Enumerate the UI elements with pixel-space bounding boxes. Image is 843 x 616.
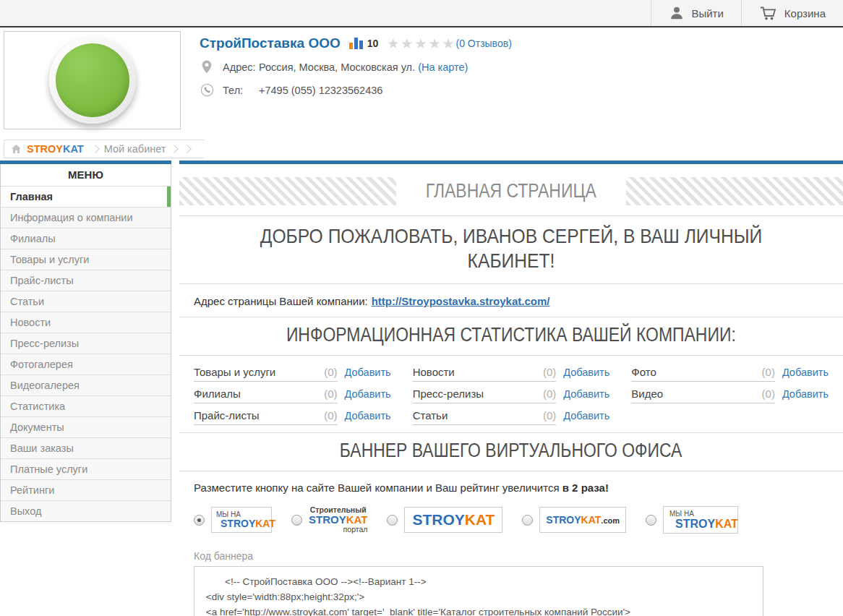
- address-value: Россия, Москва, Московская ул.: [259, 61, 415, 73]
- sidebar-item-reytingi[interactable]: Рейтинги: [1, 479, 171, 500]
- breadcrumb-current: Мой кабинет: [104, 143, 166, 155]
- logout-label: Выйти: [691, 7, 723, 20]
- page: Выйти Корзина СтройПоставка ООО 10 ★★★★★…: [0, 0, 843, 616]
- banner-preview-3[interactable]: STROYKAT: [404, 507, 502, 533]
- add-link[interactable]: Добавить: [345, 410, 391, 422]
- sidebar-item-dokumenty[interactable]: Документы: [1, 416, 171, 437]
- add-link[interactable]: Добавить: [345, 388, 391, 400]
- breadcrumb-brand-link[interactable]: STROYKAT: [27, 143, 84, 155]
- promo-bold: в 2 раза!: [562, 482, 609, 494]
- stat-row-price: Прайс-листы(0) Добавить: [194, 409, 391, 425]
- add-link[interactable]: Добавить: [782, 388, 829, 400]
- banner-option-5: МЫ НА STROYKAT: [646, 506, 738, 534]
- add-link[interactable]: Добавить: [345, 367, 391, 378]
- welcome-banner: ДОБРО ПОЖАЛОВАТЬ, ИВАНОВ СЕРГЕЙ, В ВАШ Л…: [179, 215, 843, 284]
- banner-radio-3[interactable]: [387, 515, 398, 526]
- banner-radio-4[interactable]: [522, 515, 533, 526]
- add-link[interactable]: Добавить: [563, 367, 609, 378]
- banner-preview-1[interactable]: МЫ НА STROYKAT: [211, 507, 272, 533]
- banner-radio-1[interactable]: [194, 515, 205, 526]
- banner-preview-4[interactable]: STROYKAT.com: [539, 507, 626, 533]
- company-header: СтройПоставка ООО 10 ★★★★★ (0 Отзывов) А…: [0, 27, 843, 140]
- stat-row-video: Видео(0) Добавить: [631, 388, 829, 403]
- banner-section-header: БАННЕР ВАШЕГО ВИРТУАЛЬНОГО ОФИСА: [179, 432, 843, 471]
- add-link[interactable]: Добавить: [563, 388, 609, 400]
- breadcrumb-separator-icon: [171, 145, 179, 153]
- sidebar-item-glavnaya[interactable]: Главная: [1, 186, 171, 207]
- stats-title: ИНФОРМАЦИОННАЯ СТАТИСТИКА ВАШЕЙ КОМПАНИИ…: [286, 324, 736, 346]
- sidebar-item-video[interactable]: Видеогалерея: [1, 375, 171, 395]
- stat-count: (0): [324, 366, 337, 378]
- add-link[interactable]: Добавить: [782, 367, 829, 378]
- company-url-link[interactable]: http://Stroypostavka.stroykat.com/: [372, 295, 550, 307]
- stat-count: (0): [324, 409, 337, 422]
- stat-row-press: Пресс-релизы(0) Добавить: [413, 388, 610, 403]
- rating-bars-icon: [349, 38, 363, 49]
- stat-row-tovary: Товары и услуги(0) Добавить: [194, 366, 391, 382]
- breadcrumb-separator-icon: [184, 145, 192, 153]
- banner-code-textarea[interactable]: <!-- СтройПоставка ООО --><!--Вариант 1-…: [194, 566, 763, 616]
- cart-label: Корзина: [784, 7, 826, 20]
- banner-preview-2[interactable]: Строительный STROYKAT портал: [309, 506, 367, 534]
- sidebar-item-statistika[interactable]: Статистика: [1, 395, 171, 416]
- company-url-row: Адрес страницы Вашей компании:http://Str…: [179, 284, 843, 317]
- rating-value: 10: [367, 38, 379, 49]
- stat-row-foto: Фото(0) Добавить: [631, 366, 829, 382]
- stat-count: (0): [543, 409, 556, 422]
- stat-row-stati: Статьи(0) Добавить: [413, 409, 610, 425]
- reviews-link[interactable]: (0 Отзывов): [456, 38, 512, 49]
- sidebar-item-price[interactable]: Прайс-листы: [1, 270, 171, 291]
- user-icon: [669, 5, 685, 21]
- sidebar-item-platnye[interactable]: Платные услуги: [1, 458, 171, 479]
- banner-promo: Разместите кнопку на сайте Вашей компани…: [179, 471, 843, 497]
- company-name: СтройПоставка ООО: [200, 35, 341, 51]
- banner-preview-5[interactable]: МЫ НА STROYKAT: [663, 506, 738, 534]
- sidebar-item-zakazy[interactable]: Ваши заказы: [1, 437, 171, 458]
- stripes-left: [179, 177, 396, 205]
- sidebar-item-press[interactable]: Пресс-релизы: [1, 333, 171, 354]
- banner-radio-5[interactable]: [646, 515, 656, 526]
- banner-option-2: Строительный STROYKAT портал: [291, 506, 367, 534]
- company-logo: [4, 31, 181, 129]
- sidebar-item-stati[interactable]: Статьи: [1, 291, 171, 312]
- top-bar: Выйти Корзина: [0, 0, 843, 27]
- stat-count: (0): [543, 366, 556, 378]
- breadcrumb-separator-icon: [91, 145, 99, 153]
- banner-options: МЫ НА STROYKAT Строительный STROYKAT пор…: [179, 497, 843, 541]
- banner-code-label: Код баннера: [179, 541, 843, 566]
- stat-row-novosti: Новости(0) Добавить: [413, 366, 610, 382]
- phone-value: +7495 (055) 12323562436: [259, 85, 382, 96]
- sidebar-item-vyhod[interactable]: Выход: [1, 500, 171, 521]
- welcome-text: ДОБРО ПОЖАЛОВАТЬ, ИВАНОВ СЕРГЕЙ, В ВАШ Л…: [250, 224, 772, 273]
- map-link[interactable]: (На карте): [418, 61, 468, 73]
- address-row: Адрес: Россия, Москва, Московская ул. (Н…: [200, 59, 512, 75]
- stat-count: (0): [762, 366, 775, 378]
- page-title: ГЛАВНАЯ СТРАНИЦА: [426, 180, 596, 202]
- stat-row-filialy: Филиалы(0) Добавить: [194, 388, 391, 403]
- cart-button[interactable]: Корзина: [741, 0, 843, 26]
- stats-section-header: ИНФОРМАЦИОННАЯ СТАТИСТИКА ВАШЕЙ КОМПАНИИ…: [179, 317, 843, 356]
- sidebar-item-filialy[interactable]: Филиалы: [1, 228, 171, 249]
- banner-radio-2[interactable]: [291, 515, 302, 526]
- stat-count: (0): [543, 388, 556, 400]
- sidebar-item-photo[interactable]: Фотогалерея: [1, 354, 171, 375]
- home-icon[interactable]: [11, 144, 22, 154]
- phone-row: Тел: +7495 (055) 12323562436: [200, 83, 512, 97]
- banner-title: БАННЕР ВАШЕГО ВИРТУАЛЬНОГО ОФИСА: [340, 440, 682, 462]
- banner-option-3: STROYKAT: [387, 507, 502, 533]
- breadcrumb: STROYKAT Мой кабинет: [4, 140, 205, 158]
- sidebar-item-tovary[interactable]: Товары и услуги: [1, 249, 171, 270]
- star-rating-icon: ★★★★★: [387, 37, 455, 51]
- company-url-label: Адрес страницы Вашей компании:: [194, 295, 368, 307]
- sidebar: МЕНЮ Главная Информация о компании Филиа…: [0, 161, 171, 616]
- company-info: СтройПоставка ООО 10 ★★★★★ (0 Отзывов) А…: [200, 31, 512, 129]
- add-link[interactable]: Добавить: [563, 410, 609, 422]
- phone-icon: [200, 83, 214, 97]
- stripes-right: [626, 177, 843, 205]
- menu-title: МЕНЮ: [1, 164, 171, 186]
- sidebar-item-novosti[interactable]: Новости: [1, 312, 171, 333]
- sidebar-item-info[interactable]: Информация о компании: [1, 207, 171, 228]
- sidebar-menu: МЕНЮ Главная Информация о компании Филиа…: [0, 164, 171, 522]
- logout-button[interactable]: Выйти: [651, 0, 740, 26]
- banner-option-4: STROYKAT.com: [522, 507, 626, 533]
